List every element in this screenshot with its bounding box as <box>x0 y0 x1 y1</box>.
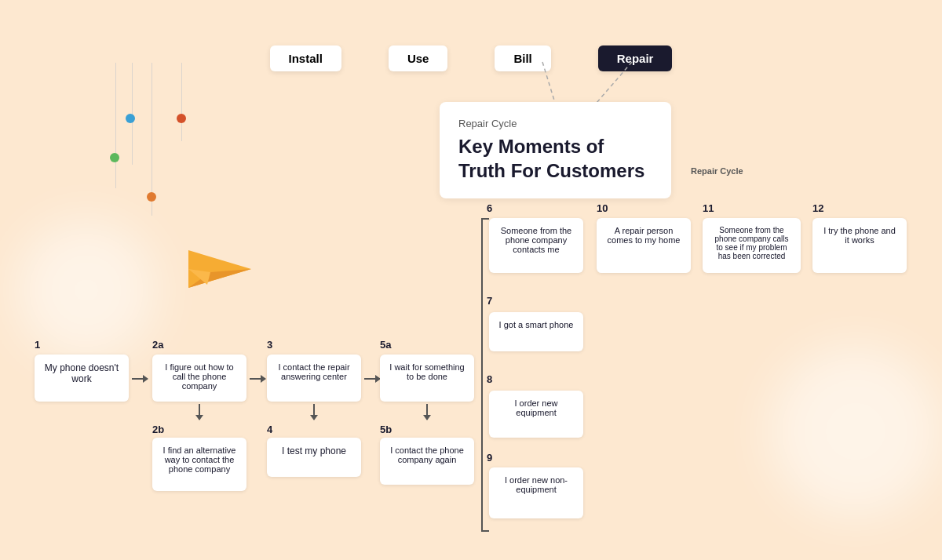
stage-use[interactable]: Use <box>389 45 448 71</box>
card-11: Someone from the phone company calls to … <box>703 218 801 273</box>
stage-install[interactable]: Install <box>270 45 341 71</box>
arrow-1-2a <box>132 378 148 380</box>
card-9: I order new non-equipment <box>489 467 583 518</box>
card-num-5a: 5a <box>380 339 391 351</box>
card-7: I got a smart phone <box>489 312 583 351</box>
card-num-8: 8 <box>487 373 492 385</box>
card-4: I test my phone <box>267 438 361 477</box>
card-1: My phone doesn't work <box>35 355 129 402</box>
card-3: I contact the repair answering center <box>267 355 361 402</box>
card-num-7: 7 <box>487 295 492 307</box>
highlight-main-title: Key Moments of Truth For Customers <box>458 134 652 183</box>
card-num-4: 4 <box>267 424 272 435</box>
arrow-3-5a <box>364 378 380 380</box>
bracket-bottom <box>481 530 489 532</box>
card-num-10: 10 <box>597 202 608 214</box>
stage-repair[interactable]: Repair <box>598 45 673 71</box>
paper-plane-icon <box>188 249 251 289</box>
arrow-5a-5b <box>426 404 428 420</box>
card-2a: I figure out how to call the phone compa… <box>152 355 246 402</box>
stage-bill[interactable]: Bill <box>495 45 550 71</box>
card-num-3: 3 <box>267 339 272 351</box>
card-num-2a: 2a <box>152 339 163 351</box>
card-2b: I find an alternative way to contact the… <box>152 438 246 491</box>
card-num-6: 6 <box>487 202 492 214</box>
highlight-box: Repair Cycle Key Moments of Truth For Cu… <box>440 102 671 198</box>
card-num-1: 1 <box>35 339 40 351</box>
highlight-subtitle: Repair Cycle <box>458 118 652 129</box>
repair-cycle-small-label: Repair Cycle <box>691 166 743 176</box>
arrow-2a-3 <box>250 378 265 380</box>
card-10: A repair person comes to my home <box>597 218 691 273</box>
card-num-9: 9 <box>487 452 492 464</box>
card-num-2b: 2b <box>152 424 164 435</box>
bracket-top <box>481 218 489 220</box>
vertical-bracket <box>481 218 484 532</box>
arrow-2a-2b <box>199 404 200 420</box>
dot-red <box>177 114 186 123</box>
card-num-12: 12 <box>812 202 823 214</box>
card-num-11: 11 <box>703 202 714 214</box>
card-6: Someone from the phone company contacts … <box>489 218 583 273</box>
card-12: I try the phone and it works <box>812 218 907 273</box>
card-5b: I contact the phone company again <box>380 438 474 485</box>
dot-orange <box>147 192 156 202</box>
dot-green <box>110 153 119 162</box>
card-8: I order new equipment <box>489 391 583 438</box>
stage-navigation: Install Use Bill Repair <box>0 45 942 71</box>
card-num-5b: 5b <box>380 424 392 435</box>
dot-blue <box>126 114 135 123</box>
arrow-3-4 <box>313 404 315 420</box>
card-5a: I wait for something to be done <box>380 355 474 402</box>
